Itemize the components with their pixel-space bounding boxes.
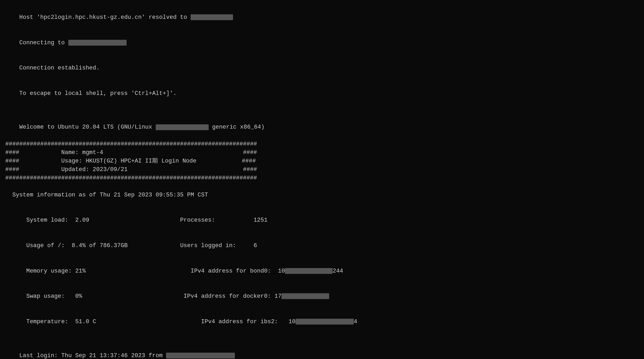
last-login-text: Last login: Thu Sep 21 13:37:46 2023 fro… — [19, 352, 166, 359]
escape-hint-line: To escape to local shell, press 'Ctrl+Al… — [5, 81, 639, 106]
processes-label: Processes: — [180, 217, 253, 224]
sysinfo-row2: Usage of /: 8.4% of 786.37GB Users logge… — [5, 233, 639, 259]
sysinfo-row4: Swap usage: 0% IPv4 address for docker0:… — [5, 284, 639, 309]
processes-spacer — [89, 217, 180, 224]
host-resolved-line: Host 'hpc2login.hpc.hkust-gz.edu.cn' res… — [5, 5, 639, 30]
sys-load-label: System load: — [19, 217, 75, 224]
last-login-ip-blurred — [166, 353, 235, 358]
welcome-text: Welcome to Ubuntu 20.04 LTS (GNU/Linux — [19, 124, 156, 130]
usage-fs-value: 8.4% of 786.37GB — [72, 242, 128, 249]
ipv4-ibs2-value: 10 — [288, 318, 295, 325]
info-usage: #### Usage: HKUST(GZ) HPC+AI II期 Login N… — [5, 157, 639, 165]
escape-hint-text: To escape to local shell, press 'Ctrl+Al… — [19, 90, 177, 97]
sysinfo-row3: Memory usage: 21% IPv4 address for bond0… — [5, 259, 639, 284]
connection-established-line: Connection established. — [5, 55, 639, 81]
welcome-suffix: generic x86_64) — [209, 124, 265, 130]
connecting-line: Connecting to — [5, 30, 639, 56]
ipv4-ibs2-blurred — [296, 319, 354, 325]
ipv4-bond0-label: IPv4 address for bond0: — [191, 268, 278, 274]
ipv4-ibs2-end: 4 — [354, 318, 357, 325]
mem-value: 21% — [75, 268, 86, 274]
usage-fs-label: Usage of /: — [19, 242, 72, 249]
ipv4-bond0-spacer — [86, 268, 191, 274]
hash-bottom: ########################################… — [5, 174, 639, 182]
info-name: #### Name: mgmt-4 #### — [5, 148, 639, 157]
ipv4-docker0-blurred — [281, 293, 329, 299]
ipv4-docker0-value: 17 — [275, 293, 281, 300]
host-ip-blurred — [191, 14, 233, 20]
welcome-line: Welcome to Ubuntu 20.04 LTS (GNU/Linux g… — [5, 115, 639, 140]
ipv4-docker0-spacer — [82, 293, 184, 300]
swap-value: 0% — [75, 293, 82, 300]
sys-load-value: 2.09 — [75, 217, 89, 224]
sysinfo-header: System information as of Thu 21 Sep 2023… — [5, 191, 639, 199]
users-spacer — [128, 242, 180, 249]
ipv4-bond0-value: 10 — [278, 268, 285, 274]
info-updated: #### Updated: 2023/09/21 #### — [5, 165, 639, 174]
swap-label: Swap usage: — [19, 293, 75, 300]
connection-established-text: Connection established. — [19, 65, 100, 71]
sysinfo-row1: System load: 2.09 Processes: 1251 — [5, 208, 639, 233]
users-value: 6 — [253, 242, 257, 249]
connecting-text: Connecting to — [19, 40, 68, 46]
last-login-line: Last login: Thu Sep 21 13:37:46 2023 fro… — [5, 343, 639, 359]
hash-top: ########################################… — [5, 140, 639, 148]
temp-label: Temperature: — [19, 318, 75, 325]
kernel-version-blurred — [156, 124, 209, 130]
processes-value: 1251 — [253, 217, 267, 224]
terminal-window: Host 'hpc2login.hpc.hkust-gz.edu.cn' res… — [5, 5, 639, 359]
sysinfo-row5: Temperature: 51.0 C IPv4 address for ibs… — [5, 309, 639, 335]
host-resolved-text: Host 'hpc2login.hpc.hkust-gz.edu.cn' res… — [19, 14, 191, 21]
temp-value: 51.0 C — [75, 318, 96, 325]
ipv4-ibs2-spacer — [96, 318, 201, 325]
ipv4-bond0-blurred — [285, 268, 333, 274]
connecting-ip-blurred — [68, 40, 127, 46]
ipv4-bond0-end: 244 — [333, 268, 343, 274]
mem-label: Memory usage: — [19, 268, 75, 274]
users-label: Users logged in: — [180, 242, 253, 249]
ipv4-ibs2-label: IPv4 address for ibs2: — [201, 318, 288, 325]
ipv4-docker0-label: IPv4 address for docker0: — [184, 293, 274, 300]
